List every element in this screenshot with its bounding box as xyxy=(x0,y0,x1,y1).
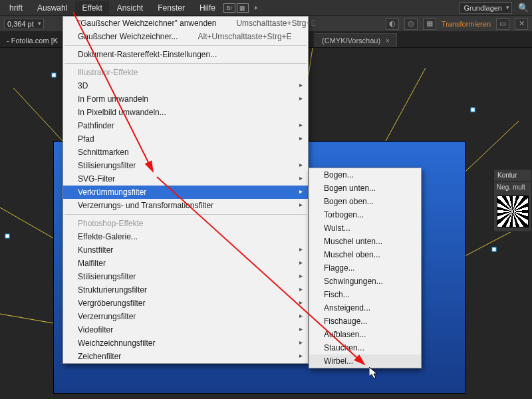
opt-icon-3[interactable]: ▦ xyxy=(423,18,436,30)
menu-ansicht[interactable]: Ansicht xyxy=(110,1,150,15)
warp-arc[interactable]: Bogen... xyxy=(309,168,421,182)
menu-apply-last[interactable]: "Gaußscher Weichzeichner" anwendenUmscha… xyxy=(63,17,308,30)
warp-rise[interactable]: Ansteigend... xyxy=(309,301,421,315)
align-icon[interactable]: ▭ xyxy=(496,18,509,30)
menu-distort-transform[interactable]: Verzerrungs- und Transformationsfilter xyxy=(63,199,308,212)
warp-fish[interactable]: Fisch... xyxy=(309,288,421,301)
menu-blur[interactable]: Weichzeichnungsfilter xyxy=(63,336,308,350)
warp-wave[interactable]: Schwingungen... xyxy=(309,275,421,288)
doc-title-left: - Fotolia.com [K xyxy=(3,34,62,47)
menu-schrift[interactable]: hrift xyxy=(3,1,29,15)
side-panel[interactable]: Kontur Neg. mult xyxy=(493,169,532,232)
gpu-icon[interactable]: ✶ xyxy=(250,3,262,13)
warp-squeeze[interactable]: Stauchen... xyxy=(309,341,421,354)
menu-pathfinder[interactable]: Pathfinder xyxy=(63,119,308,132)
arrange-docs-icon[interactable]: ▦ xyxy=(237,3,249,13)
menubar: hrift Auswahl Effekt Ansicht Fenster Hil… xyxy=(0,0,532,16)
warp-arch[interactable]: Torbogen... xyxy=(309,208,421,221)
menu-path[interactable]: Pfad xyxy=(63,132,308,146)
close-tab-icon[interactable]: × xyxy=(386,37,390,45)
menu-rasterize[interactable]: In Pixelbild umwandeln... xyxy=(63,106,308,119)
panel-blendmode[interactable]: Neg. mult xyxy=(494,182,531,193)
effect-menu: "Gaußscher Weichzeichner" anwendenUmscha… xyxy=(63,16,309,364)
menu-sketch[interactable]: Zeichenfilter xyxy=(63,350,308,363)
doc-tab-1[interactable]: (CMYK/Vorschau) × xyxy=(315,33,397,47)
warp-submenu: Bogen... Bogen unten... Bogen oben... To… xyxy=(309,168,422,368)
illustrator-effects-header: Illustrator-Effekte xyxy=(63,66,308,79)
isolate-icon[interactable]: ✕ xyxy=(515,18,528,30)
menu-stylize[interactable]: Stilisierungsfilter xyxy=(63,159,308,172)
menu-fenster[interactable]: Fenster xyxy=(151,1,192,15)
svg-rect-11 xyxy=(471,108,475,112)
menu-texture[interactable]: Strukturierungsfilter xyxy=(63,283,308,297)
menu-convert-shape[interactable]: In Form umwandeln xyxy=(63,92,308,106)
warp-shell-lower[interactable]: Muschel unten... xyxy=(309,235,421,248)
workspace-switcher[interactable]: Grundlagen xyxy=(460,2,513,14)
opt-icon-2[interactable]: ◎ xyxy=(404,18,418,30)
mouse-cursor-icon xyxy=(369,367,380,380)
warp-inflate[interactable]: Aufblasen... xyxy=(309,328,421,341)
menu-gaussian-blur[interactable]: Gaußscher Weichzeichner...Alt+Umschaltta… xyxy=(63,30,308,43)
svg-rect-9 xyxy=(52,73,56,77)
menu-3d[interactable]: 3D xyxy=(63,79,308,92)
menu-ps-stylize[interactable]: Stilisierungsfilter xyxy=(63,270,308,283)
menu-brush[interactable]: Malfilter xyxy=(63,257,308,270)
menu-svg-filter[interactable]: SVG-Filter xyxy=(63,172,308,186)
menu-artistic[interactable]: Kunstfilter xyxy=(63,243,308,257)
bridge-icon[interactable]: Br xyxy=(223,3,235,13)
menu-cropmarks[interactable]: Schnittmarken xyxy=(63,146,308,159)
warp-arc-lower[interactable]: Bogen unten... xyxy=(309,182,421,195)
menu-raster-settings[interactable]: Dokument-Rastereffekt-Einstellungen... xyxy=(63,48,308,61)
menu-pixelate[interactable]: Vergröberungsfilter xyxy=(63,297,308,310)
transform-link[interactable]: Transformieren xyxy=(442,20,491,28)
menu-effekt[interactable]: Effekt xyxy=(75,1,108,15)
menu-warp[interactable]: Verkrümmungsfilter xyxy=(63,186,308,199)
panel-thumbnail[interactable] xyxy=(497,196,529,227)
menu-video[interactable]: Videofilter xyxy=(63,323,308,336)
warp-bulge[interactable]: Wulst... xyxy=(309,221,421,235)
menu-distort[interactable]: Verzerrungsfilter xyxy=(63,310,308,323)
search-icon[interactable]: 🔍 xyxy=(517,3,529,13)
photoshop-effects-header: Photoshop-Effekte xyxy=(63,217,308,230)
warp-arc-upper[interactable]: Bogen oben... xyxy=(309,195,421,208)
svg-rect-13 xyxy=(492,247,496,251)
stroke-weight-field[interactable]: 0,364 pt xyxy=(4,19,44,29)
doc-tab-label: (CMYK/Vorschau) xyxy=(322,37,380,45)
menu-effect-gallery[interactable]: Effekte-Galerie... xyxy=(63,230,308,243)
warp-flag[interactable]: Flagge... xyxy=(309,261,421,275)
menu-hilfe[interactable]: Hilfe xyxy=(193,1,222,15)
warp-shell-upper[interactable]: Muschel oben... xyxy=(309,248,421,261)
warp-twist[interactable]: Wirbel... xyxy=(309,354,421,368)
panel-tab-kontur[interactable]: Kontur xyxy=(494,170,520,181)
warp-fisheye[interactable]: Fischauge... xyxy=(309,315,421,328)
opt-icon-1[interactable]: ◐ xyxy=(386,18,399,30)
svg-rect-12 xyxy=(5,234,9,238)
menu-auswahl[interactable]: Auswahl xyxy=(31,1,74,15)
